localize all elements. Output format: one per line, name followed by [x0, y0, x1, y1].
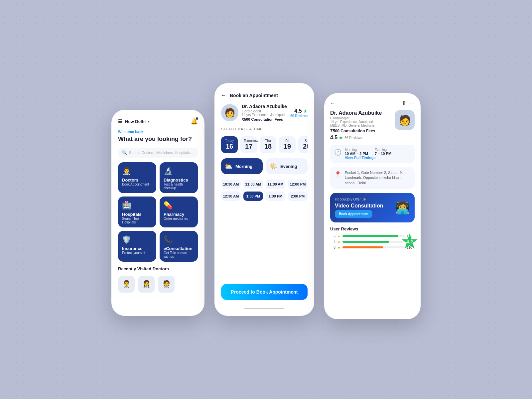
phone-profile: ← ⬆ ⋯ Dr. Adaora Azubuike Cardiologist 1…: [324, 93, 421, 319]
doctor-info-row: 🧑 Dr. Adaora Azubuike Cardiologist 14 yr…: [221, 104, 308, 122]
date-day-3: Fri: [282, 139, 292, 143]
timing-content: Morning 10 AM – 2 PM Evening 7 – 10 PM V…: [345, 148, 411, 160]
date-card-1[interactable]: Tomorrow 17: [240, 136, 257, 153]
date-day-2: Thu: [263, 139, 273, 143]
date-scroll: Today 16 Tomorrow 17 Thu 18 Fri 19 Sa 20: [221, 136, 308, 153]
bar-track-5: [342, 235, 405, 237]
time-slot-7[interactable]: 2:00 PM: [288, 192, 308, 201]
date-day-0: Today: [224, 139, 234, 143]
date-num-4: 20: [302, 143, 308, 150]
doctor-details: Dr. Adaora Azubuike Cardiologist 14 yrs …: [242, 104, 287, 122]
home-indicator: [244, 308, 284, 309]
hospitals-icon: 🏥: [122, 201, 152, 210]
bar-star-4: ★: [337, 240, 340, 244]
more-options-icon[interactable]: ⋯: [409, 100, 415, 106]
profile-experience: 14 yrs Experience, Janakpuri: [330, 120, 391, 124]
date-day-4: Sa: [302, 139, 308, 143]
insurance-sub: Protect yourself: [122, 251, 152, 255]
morning-period-button[interactable]: ⛅ Morning: [221, 158, 263, 174]
profile-fee: ₹500 Consultation Fees: [330, 129, 391, 133]
doctor-specialty: Cardiologist: [242, 109, 287, 113]
service-card-diagnostics[interactable]: 🔬 Diagnostics Test & health checkup: [160, 162, 198, 193]
location-selector[interactable]: ☰ New Delhi ▼: [118, 119, 150, 124]
time-slot-3[interactable]: 12:00 PM: [288, 180, 308, 189]
doctor-avatar: 🧑: [221, 104, 238, 121]
promo-book-button[interactable]: Book Appointment: [335, 210, 372, 218]
bar-track-4: [342, 241, 405, 243]
location-pin-icon: 📍: [334, 171, 341, 178]
bar-label-4: 4: [330, 240, 335, 244]
doctor-fee: ₹500 Consultation Fees: [242, 117, 287, 122]
review-bars: 5 ★ 152 4 ★ 120: [330, 234, 415, 249]
date-card-2[interactable]: Thu 18: [260, 136, 276, 153]
welcome-text: Welcome back!: [118, 130, 198, 134]
service-card-econsultation[interactable]: 📞 eConsultation Get Tele consult with us: [160, 231, 198, 262]
bar-label-5: 5: [330, 234, 335, 238]
main-heading: What are you looking for?: [118, 136, 198, 143]
service-card-doctors[interactable]: 👨‍⚕️ Doctors Book Appointment: [118, 162, 156, 193]
review-bar-5: 5 ★ 152: [330, 234, 415, 238]
service-card-insurance[interactable]: 🛡️ Insurance Protect yourself: [118, 231, 156, 262]
doctors-icon: 👨‍⚕️: [122, 167, 152, 176]
star-icon: ★: [303, 108, 308, 114]
location-address: Pocket 1, Gate Number 2, Sector 9, Landm…: [345, 170, 411, 186]
time-slot-6[interactable]: 1:30 PM: [266, 192, 285, 201]
back-arrow-icon[interactable]: ←: [221, 92, 226, 98]
recent-doctor-3[interactable]: 🧑‍⚕️: [158, 276, 175, 293]
time-slot-1[interactable]: 11:00 AM: [243, 180, 263, 189]
evening-label: Evening: [280, 164, 297, 169]
bar-star-5: ★: [337, 234, 340, 238]
date-card-4[interactable]: Sa 20: [298, 136, 308, 153]
timing-row: Morning 10 AM – 2 PM Evening 7 – 10 PM: [345, 148, 411, 156]
date-card-3[interactable]: Fri 19: [279, 136, 296, 153]
recent-doctor-2[interactable]: 👩‍⚕️: [138, 276, 155, 293]
econsultation-title: eConsultation: [164, 246, 194, 251]
phone-home: ☰ New Delhi ▼ 🔔 Welcome back! What are y…: [111, 110, 204, 316]
hospitals-title: Hospitals: [122, 212, 152, 217]
morning-label: Morning: [235, 164, 252, 169]
share-icon[interactable]: ⬆: [402, 100, 406, 106]
reviews-section: User Reviews 5 ★ 152 4 ★: [330, 226, 415, 249]
profile-header: ← ⬆ ⋯: [330, 100, 415, 106]
location-text: New Delhi: [125, 119, 146, 124]
rating-box: 4.5 ★ 56 Reviews: [290, 108, 308, 118]
rating-score: 4.5: [294, 108, 302, 114]
notification-bell-icon[interactable]: 🔔: [191, 118, 198, 125]
time-slot-4[interactable]: 12:30 AM: [221, 192, 241, 201]
service-card-pharmacy[interactable]: 💊 Pharmacy Order medicines: [160, 197, 198, 227]
doctor-experience: 14 yrs Experience, Janakpuri: [242, 113, 287, 117]
recent-doctor-1[interactable]: 👨‍⚕️: [118, 276, 135, 293]
chevron-down-icon: ▼: [147, 120, 150, 123]
time-slot-0[interactable]: 10:30 AM: [221, 180, 241, 189]
promo-illustration: 👩‍💻: [395, 201, 410, 215]
search-bar[interactable]: 🔍 Search Doctors, Medicines, Hospitals..…: [118, 148, 198, 158]
morning-timing: Morning 10 AM – 2 PM: [345, 148, 368, 156]
service-card-hospitals[interactable]: 🏥 Hospitals Search Top Hospitals: [118, 197, 156, 227]
date-num-1: 17: [244, 143, 254, 150]
date-card-0[interactable]: Today 16: [221, 136, 238, 153]
time-slots-grid: 10:30 AM 11:00 AM 11:30 AM 12:00 PM 12:3…: [221, 180, 308, 201]
hospitals-sub: Search Top Hospitals: [122, 217, 152, 224]
page-title: Book an Appointment: [230, 93, 278, 98]
date-time-section-label: SELECT DATE & TIME: [221, 127, 308, 131]
promo-banner: Introductory Offer ✨ Video Consultation …: [330, 193, 415, 222]
bar-fill-5: [342, 235, 398, 237]
doctors-sub: Book Appointment: [122, 183, 152, 186]
profile-back-arrow-icon[interactable]: ←: [330, 100, 335, 106]
bar-star-3: ★: [337, 246, 340, 249]
view-timings-link[interactable]: View Full Timings: [345, 156, 411, 160]
bar-label-3: 3: [330, 245, 335, 249]
morning-icon: ⛅: [224, 162, 233, 170]
time-slot-5[interactable]: 1:00 PM: [243, 192, 263, 201]
insurance-title: Insurance: [122, 246, 152, 251]
profile-rating-score: 4.5: [330, 135, 337, 141]
bar-fill-3: [342, 246, 383, 248]
recent-doctors-list: 👨‍⚕️ 👩‍⚕️ 🧑‍⚕️: [118, 276, 198, 293]
morning-timing-label: Morning: [345, 148, 368, 152]
diagnostics-sub: Test & health checkup: [164, 183, 194, 190]
time-slot-2[interactable]: 11:30 AM: [266, 180, 285, 189]
profile-rating-row: 4.5 ★ 56 Reviews: [330, 135, 391, 141]
evening-period-button[interactable]: 🌤️ Evening: [266, 158, 308, 174]
search-icon: 🔍: [122, 150, 127, 155]
proceed-button[interactable]: Proceed to Book Appointment: [221, 284, 308, 300]
